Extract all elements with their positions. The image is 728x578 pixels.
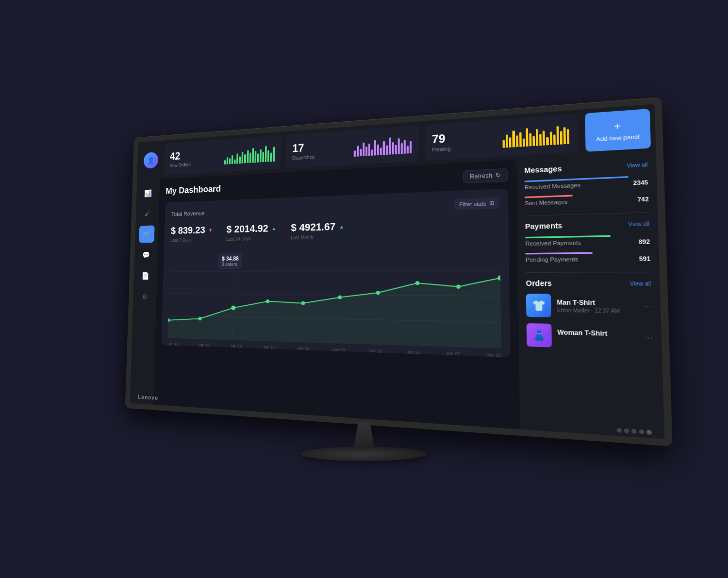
filter-icon: ⊞ bbox=[489, 200, 494, 207]
order-info: Woman T-Shirt... bbox=[557, 329, 638, 346]
stand-neck bbox=[349, 422, 379, 446]
mini-bar bbox=[360, 149, 362, 156]
chat-icon[interactable]: 💬 bbox=[138, 246, 154, 264]
mini-bar bbox=[509, 137, 512, 148]
mini-bar bbox=[553, 134, 555, 145]
mini-bar bbox=[563, 127, 566, 144]
avatar[interactable]: 👤 bbox=[144, 152, 159, 169]
mini-bar bbox=[262, 152, 264, 162]
chart-tooltip: $ 34.88 3 orders bbox=[218, 253, 242, 269]
mini-bar bbox=[506, 134, 508, 148]
revenue-period: Last 14 Days bbox=[226, 235, 278, 242]
mini-bar bbox=[234, 159, 236, 164]
mini-bar bbox=[404, 139, 406, 153]
mini-bar bbox=[395, 145, 397, 154]
dashboard-title: My Dashboard bbox=[165, 183, 221, 196]
mini-bar bbox=[389, 137, 391, 155]
mini-bar bbox=[560, 131, 563, 144]
mini-bar bbox=[257, 153, 259, 162]
message-item-1: Sent Messages742 bbox=[525, 192, 649, 207]
settings-icon[interactable]: ⚙ bbox=[137, 288, 153, 305]
mini-bar bbox=[363, 142, 364, 156]
mini-bar bbox=[383, 141, 385, 155]
mini-bar bbox=[354, 150, 356, 157]
messages-view-all[interactable]: View all bbox=[627, 162, 647, 168]
avatar-area: 👤 bbox=[137, 140, 165, 180]
mini-bar bbox=[371, 149, 373, 156]
mini-bar bbox=[232, 155, 233, 164]
main-area: 📊🖌🛒💬📄⚙ My Dashboard Refresh ↻ bbox=[130, 152, 665, 439]
mini-chart bbox=[502, 123, 569, 148]
mini-bar bbox=[526, 128, 528, 147]
filter-stats-button[interactable]: Filter stats ⊞ bbox=[454, 197, 499, 210]
x-axis-label: Jan 19 bbox=[332, 347, 345, 352]
mini-bar bbox=[357, 146, 359, 156]
payments-view-all[interactable]: View all bbox=[628, 220, 649, 227]
messages-title: Messages bbox=[524, 165, 562, 175]
order-more-button[interactable]: ··· bbox=[644, 301, 652, 312]
revenue-amount: $ 839.23▼ bbox=[171, 224, 215, 237]
add-panel-button[interactable]: + Add new panel bbox=[585, 109, 651, 152]
order-item-0: 👕Man T-ShirtEliton Møller · 12:37 AM··· bbox=[526, 294, 652, 319]
mini-bar bbox=[270, 153, 272, 162]
revenue-amount: $ 4921.67▲ bbox=[291, 220, 346, 234]
revenue-card-header: Total Revenue Filter stats ⊞ bbox=[171, 197, 500, 219]
file-icon[interactable]: 📄 bbox=[137, 267, 153, 284]
mini-bar bbox=[226, 157, 228, 164]
x-axis-label: Jan 23 bbox=[486, 352, 501, 358]
orders-header: Orders View all bbox=[526, 279, 651, 288]
payment-label: Pending Payments bbox=[526, 256, 579, 263]
mini-bar bbox=[410, 141, 412, 153]
svg-line-0 bbox=[170, 270, 500, 272]
order-item-1: 👗Woman T-Shirt...··· bbox=[527, 323, 653, 350]
mini-bar bbox=[567, 129, 569, 144]
svg-point-11 bbox=[415, 281, 420, 285]
revenue-amount: $ 2014.92▲ bbox=[226, 222, 278, 235]
revenue-chart bbox=[168, 245, 501, 348]
mini-chart bbox=[354, 134, 412, 157]
svg-point-6 bbox=[231, 305, 235, 310]
mini-bar bbox=[539, 134, 542, 146]
mini-bar bbox=[546, 137, 548, 146]
messages-section: Messages View all Received Messages2345S… bbox=[524, 160, 649, 206]
stat-card-1: 17Dispatched bbox=[286, 125, 419, 168]
payments-section: Payments View all Received Payments892Pe… bbox=[525, 219, 651, 263]
mini-bar bbox=[242, 151, 244, 163]
message-label: Received Messages bbox=[525, 182, 581, 191]
svg-point-12 bbox=[456, 284, 461, 288]
brush-icon[interactable]: 🖌 bbox=[139, 205, 155, 222]
mini-bar bbox=[249, 152, 251, 163]
refresh-label: Refresh bbox=[470, 172, 492, 180]
stat-number: 42 bbox=[170, 147, 220, 163]
svg-point-10 bbox=[376, 291, 380, 295]
right-panel: Messages View all Received Messages2345S… bbox=[516, 152, 664, 439]
ctrl-dot bbox=[617, 428, 622, 433]
x-axis-label: Jan 17 bbox=[263, 345, 275, 350]
payment-item-0: Received Payments892 bbox=[525, 234, 650, 247]
order-more-button[interactable]: ··· bbox=[644, 333, 653, 343]
mini-bar bbox=[377, 144, 379, 155]
x-axis-label: Jan 18 bbox=[297, 346, 310, 351]
mini-bar bbox=[513, 131, 515, 147]
power-button[interactable] bbox=[646, 430, 652, 435]
chart-icon[interactable]: 📊 bbox=[140, 184, 156, 202]
mini-bar bbox=[556, 126, 559, 145]
x-axis-label: Jan 15 bbox=[199, 343, 210, 347]
refresh-button[interactable]: Refresh ↻ bbox=[463, 168, 508, 183]
filter-label: Filter stats bbox=[459, 200, 486, 207]
mini-bar bbox=[254, 151, 256, 163]
revenue-stat-0: $ 839.23▼Last 7 Days bbox=[170, 224, 214, 243]
mini-bar bbox=[529, 133, 531, 147]
x-axis-label: Jan 16 bbox=[230, 344, 242, 348]
chart-area: $ 34.88 3 orders bbox=[168, 245, 501, 348]
mini-bar bbox=[386, 145, 388, 154]
orders-view-all[interactable]: View all bbox=[630, 281, 651, 287]
stat-card-0: 42New Orders bbox=[164, 135, 281, 175]
cart-icon[interactable]: 🛒 bbox=[139, 225, 155, 243]
mini-bar bbox=[224, 160, 226, 165]
mini-bar bbox=[543, 130, 545, 145]
order-thumbnail: 👕 bbox=[526, 294, 551, 317]
mini-bar bbox=[252, 148, 254, 163]
mini-bar bbox=[503, 139, 505, 148]
payment-count: 591 bbox=[639, 255, 651, 262]
